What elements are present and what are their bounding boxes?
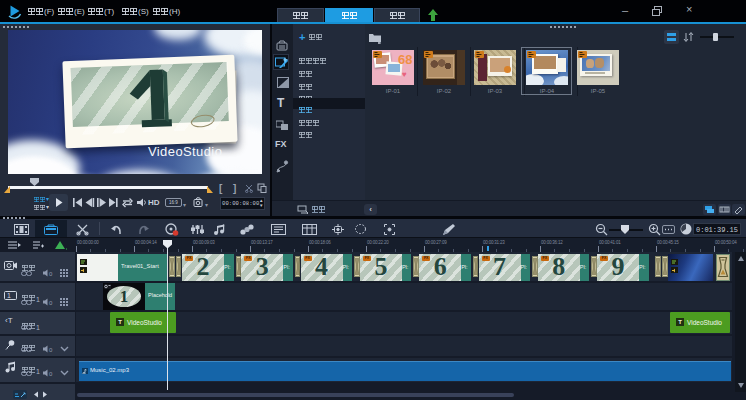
svg-text:0: 0 (49, 371, 53, 377)
svg-text:0: 0 (49, 347, 53, 353)
svg-text:0: 0 (49, 300, 53, 306)
svg-text:1: 1 (7, 292, 11, 299)
svg-text:0: 0 (49, 271, 53, 277)
